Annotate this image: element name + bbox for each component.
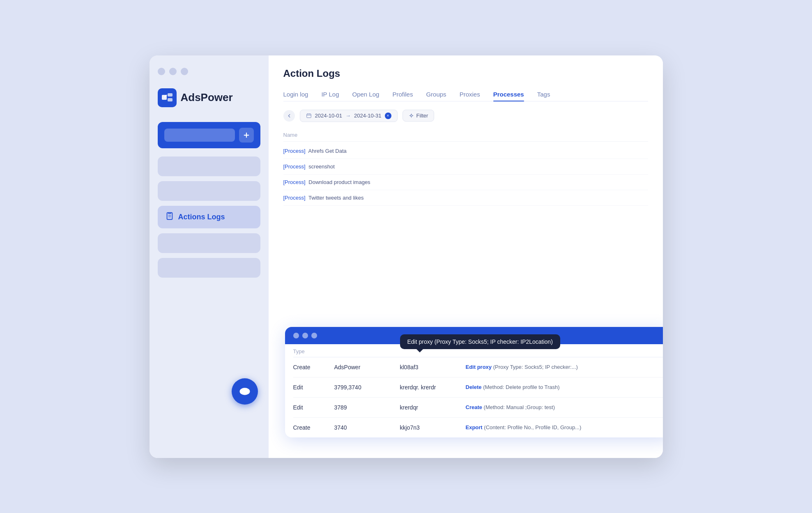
row-2-type: Edit — [293, 384, 326, 391]
col-id-header — [334, 348, 392, 354]
row-1-action-detail: (Proxy Type: Socks5; IP checker:...) — [493, 364, 578, 370]
inner-table: Type Create AdsPower kl08af3 Edit proxy … — [285, 344, 663, 437]
row-2-user: krerdqr. krerdr — [400, 384, 458, 391]
clipboard-icon — [165, 212, 174, 223]
row-3-action-detail: (Method: Manual ;Group: test) — [484, 404, 555, 410]
tabs-bar: Login log IP Log Open Log Profiles Group… — [283, 87, 648, 101]
row-4-action-link[interactable]: Export — [466, 424, 483, 430]
table-row[interactable]: [Process] Ahrefs Get Data — [283, 143, 648, 159]
tooltip-popup: Edit proxy (Proxy Type: Socks5; IP check… — [400, 334, 560, 349]
floating-detail-window: Edit proxy (Proxy Type: Socks5; IP check… — [285, 327, 663, 437]
date-arrow: → — [345, 113, 351, 119]
process-tag-3: [Process] — [283, 179, 306, 185]
row-1-user: kl08af3 — [400, 364, 458, 370]
window-controls — [158, 68, 260, 75]
row-4-id: 3740 — [334, 424, 392, 431]
tab-tags[interactable]: Tags — [537, 87, 550, 101]
page-title: Action Logs — [283, 68, 648, 79]
row-4-action: Export (Content: Profile No., Profile ID… — [466, 424, 663, 430]
process-tag-1: [Process] — [283, 148, 306, 154]
tab-ip-log[interactable]: IP Log — [321, 87, 339, 101]
row-1-action-link[interactable]: Edit proxy — [466, 364, 492, 370]
tab-groups[interactable]: Groups — [426, 87, 446, 101]
filter-icon — [409, 113, 414, 118]
table-row[interactable]: Create AdsPower kl08af3 Edit proxy (Prox… — [293, 357, 663, 377]
table-row[interactable]: Edit 3789 krerdqr Create (Method: Manual… — [293, 398, 663, 418]
process-tag-4: [Process] — [283, 195, 306, 201]
tab-proxies[interactable]: Proxies — [460, 87, 480, 101]
logo-area: AdsPower — [158, 88, 260, 107]
date-to: 2024-10-31 — [354, 113, 382, 119]
row-1-id: AdsPower — [334, 364, 392, 370]
sidebar-item-action-logs[interactable]: Actions Logs — [158, 206, 260, 228]
row-3-user: krerdqr — [400, 404, 458, 411]
calendar-icon — [306, 113, 312, 119]
process-tag-2: [Process] — [283, 163, 306, 170]
process-name-2: screenshot — [308, 163, 335, 170]
svg-rect-2 — [168, 98, 173, 101]
window-dot-2[interactable] — [169, 68, 177, 75]
col-action-header — [466, 348, 663, 354]
row-4-action-detail: (Content: Profile No., Profile ID, Group… — [484, 424, 581, 430]
float-dot-2 — [302, 333, 308, 338]
col-user-header — [400, 348, 458, 354]
row-4-user: kkjo7n3 — [400, 424, 458, 431]
row-2-id: 3799,3740 — [334, 384, 392, 391]
table-row[interactable]: [Process] Twitter tweets and likes — [283, 190, 648, 206]
date-clear-button[interactable]: × — [385, 113, 391, 119]
svg-rect-1 — [168, 93, 173, 97]
table-row[interactable]: Create 3740 kkjo7n3 Export (Content: Pro… — [293, 418, 663, 437]
table-row[interactable]: [Process] Download product images — [283, 175, 648, 190]
svg-point-7 — [243, 390, 246, 393]
window-dot-1[interactable] — [158, 68, 165, 75]
search-create-bar[interactable] — [158, 122, 260, 148]
row-2-action-link[interactable]: Delete — [466, 384, 482, 390]
row-2-action-detail: (Method: Delete profile to Trash) — [483, 384, 559, 390]
row-3-type: Edit — [293, 404, 326, 411]
window-dot-3[interactable] — [181, 68, 188, 75]
sidebar-item-1[interactable] — [158, 156, 260, 176]
filters-row: 2024-10-01 → 2024-10-31 × Filter — [283, 110, 648, 122]
filter-label: Filter — [416, 113, 428, 119]
process-name-1: Ahrefs Get Data — [308, 148, 347, 154]
row-1-action: Edit proxy (Proxy Type: Socks5; IP check… — [466, 364, 663, 370]
tab-processes[interactable]: Processes — [493, 87, 524, 101]
date-filter[interactable]: 2024-10-01 → 2024-10-31 × — [300, 110, 398, 122]
table-row[interactable]: [Process] screenshot — [283, 159, 648, 175]
sidebar-item-4[interactable] — [158, 233, 260, 253]
float-dot-3 — [311, 333, 317, 338]
process-name-4: Twitter tweets and likes — [308, 195, 363, 201]
float-dot-1 — [293, 333, 299, 338]
create-button[interactable] — [239, 128, 254, 143]
fab-eye-button[interactable] — [232, 378, 258, 405]
process-name-3: Download product images — [308, 179, 370, 185]
tab-login-log[interactable]: Login log — [283, 87, 308, 101]
row-3-action-link[interactable]: Create — [466, 404, 482, 410]
col-name-header: Name — [283, 129, 648, 142]
row-1-type: Create — [293, 364, 326, 370]
back-arrow-button[interactable] — [283, 110, 295, 122]
logo-icon — [158, 88, 177, 107]
sidebar-item-5[interactable] — [158, 258, 260, 278]
tab-open-log[interactable]: Open Log — [352, 87, 380, 101]
row-2-action: Delete (Method: Delete profile to Trash) — [466, 384, 663, 390]
process-table: Name [Process] Ahrefs Get Data [Process]… — [283, 129, 648, 206]
search-input[interactable] — [164, 129, 235, 142]
svg-rect-8 — [306, 114, 311, 117]
sidebar-item-2[interactable] — [158, 181, 260, 201]
sidebar-action-logs-label: Actions Logs — [178, 213, 225, 221]
table-row[interactable]: Edit 3799,3740 krerdqr. krerdr Delete (M… — [293, 377, 663, 398]
col-type-header: Type — [293, 348, 326, 354]
filter-button[interactable]: Filter — [403, 110, 435, 122]
main-window: AdsPower Actions Logs — [150, 55, 663, 458]
row-3-id: 3789 — [334, 404, 392, 411]
row-3-action: Create (Method: Manual ;Group: test) — [466, 404, 663, 410]
app-logo-text: AdsPower — [181, 91, 233, 104]
svg-point-12 — [410, 115, 412, 116]
tab-profiles[interactable]: Profiles — [392, 87, 413, 101]
main-content: Action Logs Login log IP Log Open Log Pr… — [269, 55, 663, 458]
floating-header: Edit proxy (Proxy Type: Socks5; IP check… — [285, 327, 663, 344]
row-4-type: Create — [293, 424, 326, 431]
date-from: 2024-10-01 — [315, 113, 343, 119]
